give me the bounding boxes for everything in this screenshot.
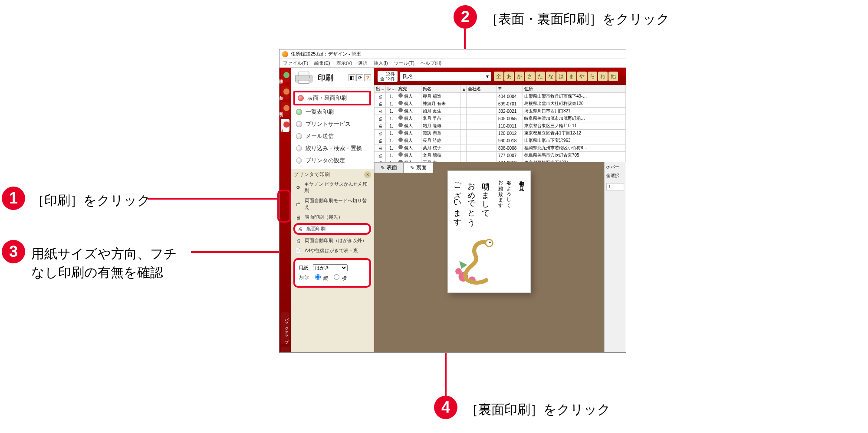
menu-insert[interactable]: 挿入(I): [374, 60, 388, 66]
kana-na[interactable]: な: [546, 72, 556, 81]
svg-point-6: [455, 268, 462, 275]
tool-icon-2[interactable]: ⟳: [356, 74, 363, 81]
bullet-icon: [296, 133, 302, 139]
kana-a[interactable]: あ: [504, 72, 514, 81]
col-header[interactable]: 会社名: [467, 85, 497, 93]
preview-tab-front[interactable]: ✎表面: [374, 162, 404, 173]
step-2-badge: 2: [454, 5, 477, 29]
dir-horizontal[interactable]: 横: [332, 273, 347, 282]
address-table[interactable]: 出…レイ…宛先氏名▲会社名〒住所 🖨1.個人卯月 稲造404-0004山梨県山梨…: [374, 85, 626, 162]
menu-print-service[interactable]: プリントサービス: [293, 118, 371, 130]
col-header[interactable]: レイ…: [386, 85, 397, 93]
table-row[interactable]: 🖨1.個人長月 詩静990-0018山形県山形市下宝沢963: [375, 137, 626, 144]
menu-edit[interactable]: 編集(E): [314, 60, 330, 66]
main-area: 13件 全 13件 氏名 ▾ 全 あ か さ た な は: [374, 68, 626, 352]
menu-tools[interactable]: ツール(T): [394, 60, 414, 66]
table-row[interactable]: 🖨1.個人文月 璃穂777-0007徳島県美馬市穴吹町古宮705: [375, 152, 626, 159]
rside-item-1[interactable]: 1: [606, 183, 624, 190]
sub-back-print[interactable]: 🖨裏面印刷: [293, 223, 371, 235]
kana-wa[interactable]: わ: [598, 72, 608, 81]
table-row[interactable]: 🖨1.個人霜月 隆雄110-0011東京都台東区三ノ輪110-11: [375, 122, 626, 130]
addr-cell: 徳島県美馬市穴吹町古宮705: [523, 152, 626, 159]
kana-ka[interactable]: か: [515, 72, 524, 81]
col-header[interactable]: 宛先: [397, 85, 421, 93]
dest-cell: 個人: [397, 100, 421, 108]
menu-printer-settings-label: プリンタの設定: [306, 157, 345, 164]
record-count: 13件 全 13件: [378, 71, 398, 82]
sub-canon[interactable]: ⚙キヤノン ピクサスかんたん印刷: [293, 180, 371, 195]
menu-printer-settings[interactable]: プリンタの設定: [293, 155, 371, 166]
sidetab-print[interactable]: 印刷: [281, 119, 289, 132]
kana-ya[interactable]: や: [577, 72, 587, 81]
sub-a4-reply[interactable]: 📄A4や往復はがきで表・裏: [293, 246, 371, 255]
table-row[interactable]: 🖨1.個人皐月 早苗505-0055岐阜県美濃加茂市加茂野町稲…: [375, 115, 626, 122]
menu-front-back-print[interactable]: 表面・裏面印刷: [293, 91, 371, 105]
filter-bar: 13件 全 13件 氏名 ▾ 全 あ か さ た な は: [374, 68, 626, 85]
table-row[interactable]: 🖨1.個人葉月 桜子808-0008福岡県北九州市若松区小竹梅8…: [375, 144, 626, 152]
table-row[interactable]: 🖨1.個人如月 更生332-0021埼玉県川口市西川口321: [375, 108, 626, 115]
dest-cell: 個人: [397, 137, 421, 144]
sidetab-backup[interactable]: バックアップ: [281, 312, 289, 344]
sidetab-addressbook[interactable]: 住所録: [281, 69, 289, 82]
menu-mail-send[interactable]: メール送信: [293, 131, 371, 142]
tool-icon-1[interactable]: ◧: [349, 74, 355, 81]
out-icon: 🖨: [375, 100, 386, 108]
dir-vertical[interactable]: 縦: [313, 273, 328, 282]
col-header[interactable]: 住所: [523, 85, 626, 93]
step-2-text: ［表面・裏面印刷］をクリック: [485, 10, 670, 28]
leader-3: [191, 251, 291, 253]
pencil-icon: ✎: [381, 165, 385, 171]
addr-cell: 東京都足立区青井1丁目12-12: [523, 130, 626, 137]
menu-file[interactable]: ファイル(F): [283, 60, 308, 66]
col-header[interactable]: 出…: [375, 85, 386, 93]
sidetab-back[interactable]: 裏面: [281, 102, 289, 115]
table-row[interactable]: 🖨1.個人諏訪 憲章120-0012東京都足立区青井1丁目12-12: [375, 130, 626, 137]
zip-cell: 777-0007: [497, 152, 523, 159]
company-cell: [467, 108, 497, 115]
table-row[interactable]: 🖨1.個人正月 未124-0012東京都葛飾区立石1234: [375, 159, 626, 163]
col-header[interactable]: 氏名: [421, 85, 460, 93]
name-cell: 皐月 早苗: [421, 115, 460, 122]
table-row[interactable]: 🖨1.個人神無月 有未699-0701島根県出雲市大社町杵築東126: [375, 100, 626, 108]
sidetab-front[interactable]: 表面: [281, 86, 289, 99]
select-all[interactable]: 全選択: [606, 173, 624, 179]
menu-list-print[interactable]: 一覧表印刷: [293, 106, 371, 118]
menu-view[interactable]: 表示(V): [336, 60, 352, 66]
menubar[interactable]: ファイル(F) 編集(E) 表示(V) 選択 挿入(I) ツール(T) ヘルプ(…: [279, 59, 626, 68]
layout-icon: 1.: [386, 93, 397, 100]
kana-ra[interactable]: ら: [588, 72, 597, 81]
sub-auto-duplex[interactable]: 🖨両面自動印刷（はがき以外）: [293, 236, 371, 245]
menu-select[interactable]: 選択: [358, 60, 368, 66]
refresh-icon[interactable]: ⟳: [606, 165, 610, 170]
paper-select[interactable]: はがき: [313, 264, 348, 271]
menu-filter-search[interactable]: 絞り込み・検索・置換: [293, 143, 371, 154]
menu-mail-send-label: メール送信: [306, 132, 334, 140]
kana-other[interactable]: 他: [608, 72, 618, 81]
name-field[interactable]: 氏名 ▾: [400, 72, 491, 81]
sub-front-print[interactable]: 🖨表面印刷（宛先）: [293, 213, 371, 221]
step-1-text: ［印刷］をクリック: [31, 192, 151, 210]
name-cell: 霜月 隆雄: [421, 122, 460, 130]
bullet-icon: [296, 109, 302, 115]
kana-ma[interactable]: ま: [567, 72, 576, 81]
col-header[interactable]: 〒: [497, 85, 523, 93]
subpanel-close[interactable]: ×: [364, 171, 371, 178]
col-header[interactable]: ▲: [460, 85, 467, 93]
sub-duplex-mode[interactable]: ⇄両面自動印刷モードへ切り替え: [293, 197, 371, 211]
greeting-date: 令和七年 元旦: [516, 177, 526, 286]
postcard-preview[interactable]: 明けまして おめでとう ございます 今年もよろしく お願い致します 令和七年 元…: [448, 171, 530, 292]
help-icon[interactable]: ?: [364, 74, 371, 81]
kana-all[interactable]: 全: [494, 72, 503, 81]
kana-ha[interactable]: は: [556, 72, 566, 81]
name-cell: 神無月 有未: [421, 100, 460, 108]
out-icon: 🖨: [375, 159, 386, 163]
preview-tab-back[interactable]: ✎裏面: [404, 162, 433, 173]
menu-help[interactable]: ヘルプ(H): [421, 60, 441, 66]
zip-cell: 124-0012: [497, 159, 523, 163]
sidetab-exit[interactable]: 終了: [281, 347, 289, 352]
kana-sa[interactable]: さ: [525, 72, 535, 81]
table-row[interactable]: 🖨1.個人卯月 稲造404-0004山梨県山梨市牧丘町西保下49-…: [375, 93, 626, 100]
name-cell: 長月 詩静: [421, 137, 460, 144]
name-cell: 正月 未: [421, 159, 460, 163]
kana-ta[interactable]: た: [536, 72, 545, 81]
